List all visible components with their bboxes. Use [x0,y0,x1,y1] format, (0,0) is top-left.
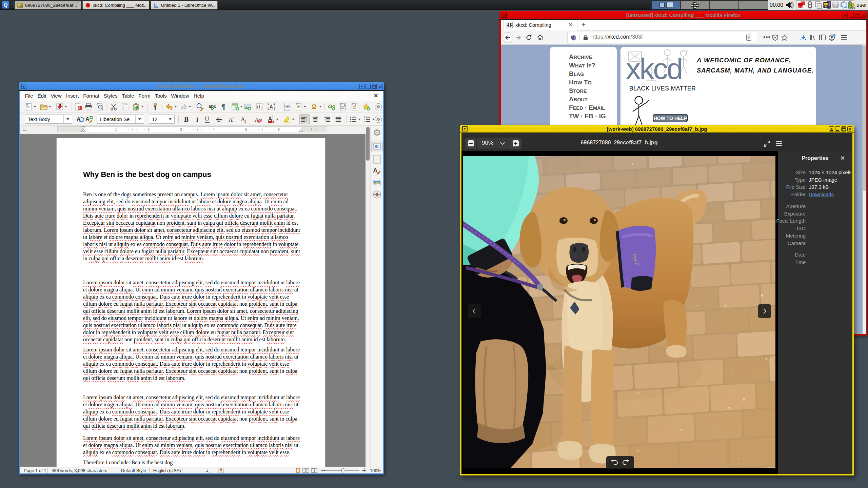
svg-text:B: B [184,116,189,123]
svg-text:5: 5 [245,128,247,131]
svg-text:4: 4 [213,128,215,131]
svg-text:A: A [85,116,90,122]
svg-text:U: U [205,116,209,122]
svg-text:1: 1 [115,128,117,131]
svg-text:2: 2 [147,128,150,131]
svg-text:abc: abc [209,104,216,109]
svg-text:Ω: Ω [312,103,316,110]
svg-text:I: I [196,116,199,123]
svg-text:A: A [270,104,273,109]
svg-text:3: 3 [364,120,365,123]
svg-text:7: 7 [310,128,312,131]
svg-text:2: 2 [232,116,234,120]
svg-text:2: 2 [244,119,246,123]
svg-text:A: A [268,116,272,122]
svg-text:A: A [373,167,378,174]
svg-text:A: A [78,106,81,110]
svg-text:3: 3 [180,128,182,131]
svg-text:6: 6 [278,128,280,131]
svg-text:¶: ¶ [221,103,225,110]
svg-text:xkcd: xkcd [626,52,682,84]
svg-text:1: 1 [344,104,345,106]
